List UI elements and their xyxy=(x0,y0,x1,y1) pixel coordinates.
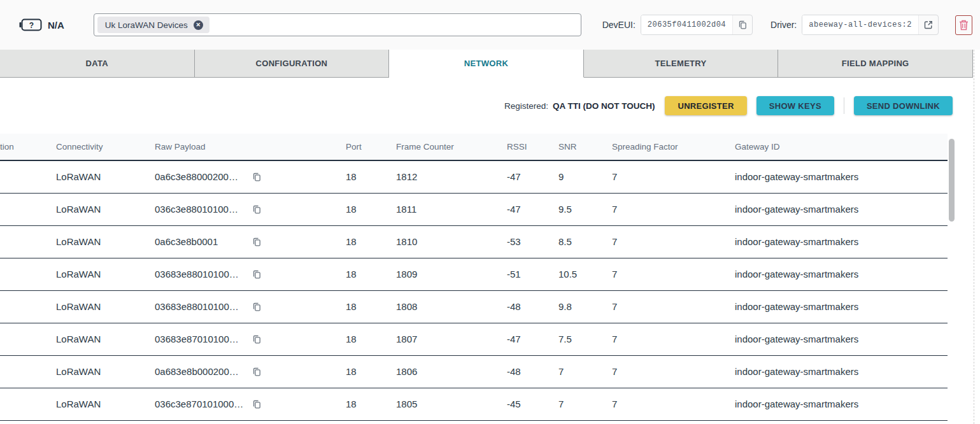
payload-copy-button[interactable] xyxy=(252,237,262,247)
device-meta: DevEUI: 20635f0411002d04 Driver: abeeway… xyxy=(602,15,972,35)
table-row[interactable]: LoRaWAN 0a6c3e88000200… 18 1812 -47 9 7 … xyxy=(0,160,948,193)
table-row[interactable]: LoRaWAN 0a683e8b000200… 18 1806 -48 7 7 … xyxy=(0,355,948,388)
battery-status-label: N/A xyxy=(48,20,64,31)
cell-rssi: -47 xyxy=(507,193,558,225)
table-row[interactable]: LoRaWAN 03683e88010100… 18 1809 -51 10.5… xyxy=(0,258,948,290)
cell-spreading-factor: 7 xyxy=(612,160,735,193)
deveui-copy-button[interactable] xyxy=(733,15,752,34)
cell-spreading-factor: 7 xyxy=(612,258,735,290)
payload-copy-button[interactable] xyxy=(252,204,262,215)
scrollbar-thumb[interactable] xyxy=(949,139,955,222)
payload-copy-button[interactable] xyxy=(252,367,262,377)
filter-chip-label: Uk LoraWAN Devices xyxy=(105,20,188,30)
cell-raw-payload: 036c3e88010100… xyxy=(155,193,346,225)
cell-port: 18 xyxy=(346,290,396,323)
cell-rssi: -48 xyxy=(507,355,558,388)
cell-spreading-factor: 7 xyxy=(612,225,735,258)
column-port[interactable]: Port xyxy=(346,134,396,160)
payload-copy-button[interactable] xyxy=(252,172,262,182)
table-row[interactable]: LoRaWAN 0a6c3e8b0001 18 1810 -53 8.5 7 i… xyxy=(0,225,948,258)
table-scrollbar[interactable] xyxy=(948,134,955,424)
column-connectivity[interactable]: Connectivity xyxy=(56,134,155,160)
column-reception-truncated[interactable]: tion xyxy=(0,134,56,160)
raw-payload-value: 03683e87010100… xyxy=(155,334,252,344)
cell-spreading-factor: 7 xyxy=(612,323,735,355)
cell-gateway-id: indoor-gateway-smartmakers xyxy=(735,388,948,420)
copy-icon xyxy=(252,204,262,215)
unregister-button[interactable]: UNREGISTER xyxy=(665,96,746,115)
delete-device-button[interactable] xyxy=(955,15,972,35)
cell-gateway-id: indoor-gateway-smartmakers xyxy=(735,193,948,225)
column-raw-payload[interactable]: Raw Payload xyxy=(155,134,346,160)
cell-raw-payload: 0a6c3e88000200… xyxy=(155,160,346,193)
device-filter-input[interactable]: Uk LoraWAN Devices ✕ xyxy=(94,13,581,36)
cell-reception xyxy=(0,323,56,355)
cell-frame-counter: 1809 xyxy=(396,258,507,290)
cell-connectivity: LoRaWAN xyxy=(56,258,155,290)
table-row[interactable]: LoRaWAN 03683e88010100… 18 1808 -48 9.8 … xyxy=(0,290,948,323)
column-rssi[interactable]: RSSI xyxy=(507,134,558,160)
cell-frame-counter: 1808 xyxy=(396,290,507,323)
raw-payload-value: 03683e88010100… xyxy=(155,301,252,312)
show-keys-button[interactable]: SHOW KEYS xyxy=(756,96,834,115)
payload-copy-button[interactable] xyxy=(252,269,262,279)
column-frame-counter[interactable]: Frame Counter xyxy=(396,134,507,160)
cell-snr: 9.8 xyxy=(558,290,612,323)
cell-raw-payload: 036c3e870101000… xyxy=(155,388,346,420)
copy-icon xyxy=(252,172,262,182)
topbar: ? N/A Uk LoraWAN Devices ✕ DevEUI: 20635… xyxy=(0,0,980,50)
column-gateway-id[interactable]: Gateway ID xyxy=(735,134,948,160)
payload-copy-button[interactable] xyxy=(252,399,262,409)
chip-remove-icon[interactable]: ✕ xyxy=(194,20,203,30)
payload-copy-button[interactable] xyxy=(252,302,262,312)
cell-spreading-factor: 7 xyxy=(612,388,735,420)
deveui-value-box: 20635f0411002d04 xyxy=(641,15,753,35)
copy-icon xyxy=(252,399,262,409)
device-detail-page: ? N/A Uk LoraWAN Devices ✕ DevEUI: 20635… xyxy=(0,0,980,424)
cell-port: 18 xyxy=(346,355,396,388)
driver-label: Driver: xyxy=(771,20,797,30)
payload-copy-button[interactable] xyxy=(252,334,262,344)
cell-port: 18 xyxy=(346,388,396,420)
table-header-row: tion Connectivity Raw Payload Port Frame… xyxy=(0,134,948,160)
cell-port: 18 xyxy=(346,225,396,258)
table-row[interactable]: LoRaWAN 03683e87010100… 18 1807 -47 7.5 … xyxy=(0,323,948,355)
cell-reception xyxy=(0,258,56,290)
registered-network-name: QA TTI (DO NOT TOUCH) xyxy=(553,101,655,111)
cell-frame-counter: 1810 xyxy=(396,225,507,258)
cell-rssi: -47 xyxy=(507,160,558,193)
cell-connectivity: LoRaWAN xyxy=(56,225,155,258)
cell-gateway-id: indoor-gateway-smartmakers xyxy=(735,160,948,193)
cell-port: 18 xyxy=(346,193,396,225)
cell-connectivity: LoRaWAN xyxy=(56,193,155,225)
trash-icon xyxy=(959,20,969,31)
raw-payload-value: 0a6c3e88000200… xyxy=(155,171,252,182)
tab-bar: DATA CONFIGURATION NETWORK TELEMETRY FIE… xyxy=(0,50,973,78)
column-spreading-factor[interactable]: Spreading Factor xyxy=(612,134,735,160)
driver-open-button[interactable] xyxy=(919,15,938,34)
filter-chip[interactable]: Uk LoraWAN Devices ✕ xyxy=(97,17,209,33)
tab-data[interactable]: DATA xyxy=(0,50,195,78)
cell-gateway-id: indoor-gateway-smartmakers xyxy=(735,225,948,258)
column-snr[interactable]: SNR xyxy=(558,134,612,160)
cell-spreading-factor: 7 xyxy=(612,193,735,225)
cell-connectivity: LoRaWAN xyxy=(56,323,155,355)
table-row[interactable]: LoRaWAN 036c3e870101000… 18 1805 -45 7 7… xyxy=(0,388,948,420)
cell-connectivity: LoRaWAN xyxy=(56,355,155,388)
tab-field-mapping[interactable]: FIELD MAPPING xyxy=(778,50,973,78)
cell-spreading-factor: 7 xyxy=(612,355,735,388)
raw-payload-value: 03683e88010100… xyxy=(155,269,252,279)
cell-port: 18 xyxy=(346,258,396,290)
table-row[interactable]: LoRaWAN 036c3e88010100… 18 1811 -47 9.5 … xyxy=(0,193,948,225)
cell-raw-payload: 03683e88010100… xyxy=(155,290,346,323)
raw-payload-value: 036c3e870101000… xyxy=(155,399,252,409)
tab-configuration[interactable]: CONFIGURATION xyxy=(195,50,390,78)
cell-snr: 7 xyxy=(558,388,612,420)
cell-port: 18 xyxy=(346,323,396,355)
tab-telemetry[interactable]: TELEMETRY xyxy=(584,50,779,78)
send-downlink-button[interactable]: SEND DOWNLINK xyxy=(854,96,953,115)
panel-edge-divider xyxy=(974,50,974,424)
cell-raw-payload: 0a6c3e8b0001 xyxy=(155,225,346,258)
cell-reception xyxy=(0,388,56,420)
tab-network[interactable]: NETWORK xyxy=(389,50,584,78)
